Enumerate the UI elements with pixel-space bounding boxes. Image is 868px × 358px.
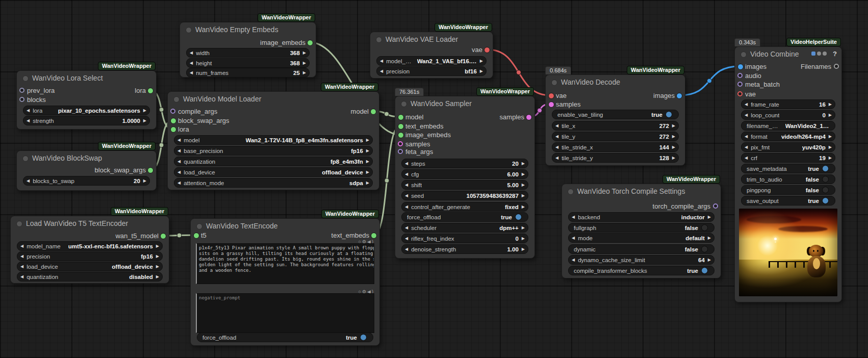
- decrement-arrow-icon[interactable]: ◀: [402, 191, 411, 200]
- output-dot-vae[interactable]: [484, 47, 490, 53]
- increment-arrow-icon[interactable]: ▶: [300, 48, 309, 57]
- output-dot-torch_compile_args[interactable]: [713, 203, 718, 209]
- increment-arrow-icon[interactable]: ▶: [153, 242, 162, 250]
- toggle-dot[interactable]: [701, 224, 708, 231]
- widget-crf[interactable]: ◀crf19▶: [741, 153, 835, 163]
- toggle-dot[interactable]: [822, 197, 829, 204]
- node-vae-loader[interactable]: WanVideo VAE Loadervae◀model_nameWan2_1_…: [370, 32, 493, 79]
- decrement-arrow-icon[interactable]: ◀: [569, 213, 578, 221]
- output-dot-block_swap_args[interactable]: [147, 167, 154, 173]
- widget-lora[interactable]: ◀lorapixar_10_epochs.safetensors▶: [23, 106, 150, 115]
- widget-cfg[interactable]: ◀cfg6.00▶: [401, 169, 528, 179]
- widget-base_precision[interactable]: ◀base_precisionfp16▶: [174, 146, 373, 156]
- widget-width[interactable]: ◀width368▶: [186, 48, 310, 58]
- input-feta_args[interactable]: feta_args: [395, 148, 479, 156]
- increment-arrow-icon[interactable]: ▶: [363, 146, 372, 155]
- node-lora-select[interactable]: WanVideo Lora Selectprev_lorablockslora◀…: [16, 70, 157, 130]
- increment-arrow-icon[interactable]: ▶: [826, 111, 835, 119]
- increment-arrow-icon[interactable]: ▶: [669, 132, 678, 141]
- node-sampler[interactable]: WanVideo Samplermodeltext_embedsimage_em…: [395, 96, 535, 259]
- decrement-arrow-icon[interactable]: ◀: [174, 136, 184, 144]
- increment-arrow-icon[interactable]: ▶: [669, 154, 678, 162]
- widget-model_name[interactable]: ◀model_nameumt5-xxl-enc-bf16.safetensors…: [17, 241, 163, 251]
- collapse-dot[interactable]: [376, 37, 382, 43]
- toggle-dot[interactable]: [822, 176, 829, 183]
- decrement-arrow-icon[interactable]: ◀: [377, 57, 386, 65]
- decrement-arrow-icon[interactable]: ◀: [23, 106, 33, 115]
- widget-enable_vae_tiling[interactable]: enable_vae_tilingtrue: [552, 110, 679, 119]
- gear-icon[interactable]: [817, 52, 821, 56]
- input-dot-audio[interactable]: [737, 73, 743, 78]
- input-dot-prev_lora[interactable]: [19, 88, 24, 93]
- node-model-loader[interactable]: WanVideo Model Loadercompile_argsblock_s…: [167, 91, 379, 190]
- widget-save_output[interactable]: save_outputtrue: [741, 196, 835, 206]
- input-vae[interactable]: vae: [735, 91, 799, 98]
- workflow-icon[interactable]: [811, 52, 815, 56]
- input-block_swap_args[interactable]: block_swap_args: [168, 117, 294, 124]
- increment-arrow-icon[interactable]: ▶: [519, 223, 528, 232]
- increment-arrow-icon[interactable]: ▶: [669, 143, 678, 151]
- decrement-arrow-icon[interactable]: ◀: [17, 272, 27, 281]
- increment-arrow-icon[interactable]: ▶: [153, 262, 162, 271]
- decrement-arrow-icon[interactable]: ◀: [402, 181, 411, 189]
- node-t5-loader[interactable]: Load WanVideo T5 TextEncoderwan_t5_model…: [10, 216, 169, 284]
- decrement-arrow-icon[interactable]: ◀: [742, 111, 751, 119]
- decrement-arrow-icon[interactable]: ◀: [187, 48, 196, 57]
- input-dot-text_embeds[interactable]: [398, 123, 404, 130]
- increment-arrow-icon[interactable]: ▶: [705, 234, 714, 242]
- collapse-dot[interactable]: [551, 80, 557, 86]
- toggle-dot[interactable]: [360, 334, 367, 341]
- increment-arrow-icon[interactable]: ▶: [477, 57, 486, 65]
- input-samples[interactable]: samples: [395, 141, 479, 148]
- widget-tile_x[interactable]: ◀tile_x272▶: [552, 121, 679, 131]
- widget-quantization[interactable]: ◀quantizationdisabled▶: [17, 272, 163, 282]
- decrement-arrow-icon[interactable]: ◀: [23, 176, 33, 185]
- increment-arrow-icon[interactable]: ▶: [153, 272, 162, 281]
- increment-arrow-icon[interactable]: ▶: [363, 136, 372, 144]
- toggle-dot[interactable]: [701, 267, 708, 274]
- collapse-dot[interactable]: [22, 75, 29, 82]
- increment-arrow-icon[interactable]: ▶: [363, 168, 372, 176]
- decrement-arrow-icon[interactable]: ◀: [742, 143, 751, 151]
- output-dot-wan_t5_model[interactable]: [160, 233, 166, 239]
- widget-force_offload[interactable]: force_offloadtrue: [401, 212, 528, 222]
- decrement-arrow-icon[interactable]: ◀: [402, 170, 411, 178]
- decrement-arrow-icon[interactable]: ◀: [552, 121, 561, 130]
- output-model[interactable]: model: [252, 108, 379, 115]
- collapse-dot[interactable]: [22, 156, 29, 162]
- input-image_embeds[interactable]: image_embeds: [395, 132, 479, 139]
- widget-steps[interactable]: ◀steps20▶: [401, 159, 528, 168]
- input-dot-images[interactable]: [737, 64, 744, 70]
- collapse-dot[interactable]: [196, 223, 202, 229]
- collapse-dot[interactable]: [186, 27, 192, 33]
- input-dot-t5[interactable]: [193, 233, 199, 239]
- output-dot-text_embeds[interactable]: [371, 233, 377, 239]
- increment-arrow-icon[interactable]: ▶: [363, 178, 372, 187]
- input-dot-vae[interactable]: [737, 91, 743, 96]
- node-empty-embeds[interactable]: WanVideo Empty Embedsimage_embeds◀width3…: [180, 22, 316, 78]
- widget-load_device[interactable]: ◀load_deviceoffload_device▶: [174, 167, 373, 177]
- widget-frame_rate[interactable]: ◀frame_rate16▶: [741, 99, 835, 109]
- increment-arrow-icon[interactable]: ▶: [519, 170, 528, 178]
- increment-arrow-icon[interactable]: ▶: [363, 157, 372, 166]
- decrement-arrow-icon[interactable]: ◀: [187, 59, 196, 67]
- widget-save_metadata[interactable]: save_metadatatrue: [741, 164, 835, 173]
- decrement-arrow-icon[interactable]: ◀: [402, 245, 411, 253]
- decrement-arrow-icon[interactable]: ◀: [377, 67, 386, 75]
- widget-mode[interactable]: ◀modedefault▶: [568, 233, 714, 243]
- node-graph-canvas[interactable]: WanVideoWrapperWanVideo Lora Selectprev_…: [0, 0, 868, 358]
- widget-control_after_generate[interactable]: ◀control_after_generatefixed▶: [401, 202, 528, 212]
- decrement-arrow-icon[interactable]: ◀: [17, 252, 27, 261]
- input-dot-compile_args[interactable]: [170, 109, 175, 114]
- decrement-arrow-icon[interactable]: ◀: [742, 100, 751, 109]
- input-text_embeds[interactable]: text_embeds: [395, 123, 479, 130]
- toggle-dot[interactable]: [701, 246, 708, 252]
- decrement-arrow-icon[interactable]: ◀: [402, 202, 411, 211]
- output-image_embeds[interactable]: image_embeds: [234, 39, 316, 46]
- widget-precision[interactable]: ◀precisionfp16▶: [17, 251, 163, 261]
- widget-riflex_freq_index[interactable]: ◀riflex_freq_index0▶: [401, 234, 528, 243]
- widget-compile_transformer_blocks[interactable]: compile_transformer_blockstrue: [568, 266, 714, 275]
- input-dot-model[interactable]: [398, 114, 404, 120]
- widget-dynamo_cache_size_limit[interactable]: ◀dynamo_cache_size_limit64▶: [568, 255, 714, 265]
- collapse-dot[interactable]: [741, 52, 747, 58]
